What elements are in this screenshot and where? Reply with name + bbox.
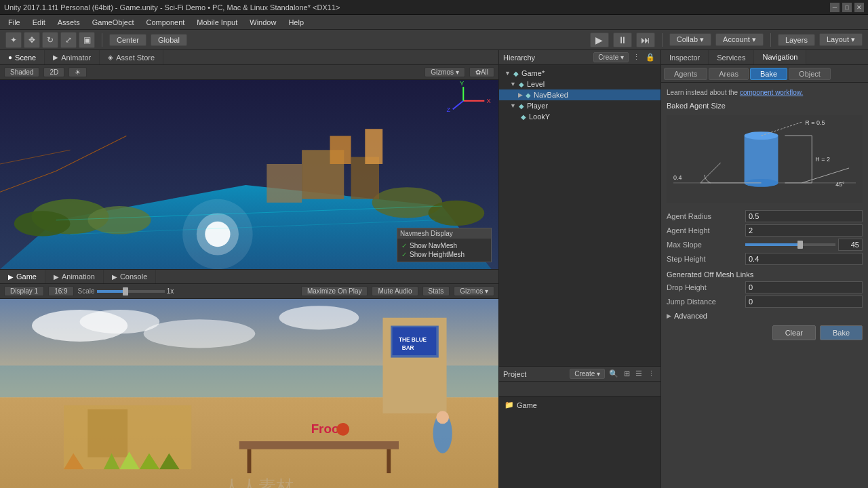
hierarchy-panel: Hierarchy Create ▾ ⋮ 🔒 ▼ ◆ Game* ▼ ◆ Lev…	[499, 50, 660, 366]
menu-window[interactable]: Window	[244, 17, 281, 28]
svg-point-14	[182, 199, 253, 269]
menu-assets[interactable]: Assets	[52, 17, 85, 28]
hand-tool[interactable]: ✦	[5, 32, 22, 48]
advanced-section[interactable]: ▶ Advanced	[667, 312, 863, 320]
maximize-on-play[interactable]: Maximize On Play	[301, 286, 368, 296]
account-button[interactable]: Account ▾	[715, 33, 764, 46]
close-button[interactable]: ✕	[854, 3, 864, 12]
component-workflow-link[interactable]: component workflow.	[740, 89, 803, 96]
maximize-button[interactable]: □	[842, 3, 852, 12]
console-tab-icon: ▶	[112, 273, 117, 281]
hierarchy-title: Hierarchy	[503, 54, 535, 62]
tab-navigation[interactable]: Navigation	[754, 50, 806, 64]
step-height-input[interactable]	[745, 253, 863, 265]
menu-component[interactable]: Component	[140, 17, 190, 28]
bake-content: Learn instead about the component workfl…	[661, 83, 868, 488]
pause-button[interactable]: ⏸	[613, 33, 632, 47]
agent-radius-input[interactable]	[745, 210, 863, 222]
stats-btn[interactable]: Stats	[422, 286, 450, 296]
navmesh-row-2[interactable]: ✓ Show HeightMesh	[401, 250, 487, 259]
agent-height-input[interactable]	[745, 224, 863, 237]
pivot-button[interactable]: Center	[109, 34, 146, 46]
game-gizmos-btn[interactable]: Gizmos ▾	[454, 286, 494, 296]
rotate-tool[interactable]: ↻	[42, 32, 58, 48]
hierarchy-lock-btn[interactable]: 🔒	[644, 52, 656, 62]
navmesh-row-1[interactable]: ✓ Show NavMesh	[401, 241, 487, 250]
player-arrow: ▼	[510, 102, 516, 109]
menu-gameobject[interactable]: GameObject	[87, 17, 140, 28]
hierarchy-looky[interactable]: ◆ LookY	[499, 111, 660, 122]
nav-tab-agents[interactable]: Agents	[664, 68, 707, 80]
shading-dropdown[interactable]: Shaded	[4, 67, 39, 77]
collab-button[interactable]: Collab ▾	[669, 33, 711, 46]
max-slope-label: Max Slope	[667, 241, 741, 249]
game-viewport[interactable]: THE BLUE BAR Froot	[0, 299, 498, 488]
menu-edit[interactable]: Edit	[27, 17, 51, 28]
svg-text:R = 0.5: R = 0.5	[805, 119, 825, 126]
tab-scene[interactable]: ● Scene	[0, 50, 45, 64]
layers-button[interactable]: Layers	[778, 34, 815, 46]
game-options-bar: Display 1 16:9 Scale 1x Maximize On Play…	[0, 284, 498, 299]
hierarchy-menu-btn[interactable]: ⋮	[631, 52, 642, 62]
lighting-button[interactable]: ☀	[68, 67, 87, 77]
project-icon-btn[interactable]: ⊞	[623, 369, 631, 378]
scene-viewport[interactable]: X Y Z Navmesh Display ✓ Show NavMesh ✓ S…	[0, 80, 498, 269]
show-heightmesh-check[interactable]: ✓	[401, 251, 407, 258]
max-slope-input[interactable]	[838, 239, 863, 251]
menu-help[interactable]: Help	[283, 17, 309, 28]
nav-tab-bake[interactable]: Bake	[750, 68, 787, 80]
project-search-btn[interactable]: 🔍	[608, 369, 620, 378]
svg-rect-49	[387, 449, 391, 473]
tab-asset-store[interactable]: ◈ Asset Store	[100, 50, 163, 64]
menu-file[interactable]: File	[3, 17, 26, 28]
display-dropdown[interactable]: Display 1	[4, 286, 44, 296]
menu-mobile-input[interactable]: Mobile Input	[191, 17, 243, 28]
hierarchy-game[interactable]: ▼ ◆ Game*	[499, 68, 660, 79]
hierarchy-player-label: Player	[527, 102, 548, 110]
space-button[interactable]: Global	[151, 34, 187, 46]
minimize-button[interactable]: ─	[830, 3, 840, 12]
tab-animation[interactable]: ▶ Animation	[45, 270, 104, 283]
tab-services[interactable]: Services	[709, 50, 754, 64]
project-list-btn[interactable]: ☰	[634, 369, 644, 378]
tab-animator[interactable]: ▶ Animator	[45, 50, 100, 64]
jump-distance-input[interactable]	[745, 296, 863, 308]
move-tool[interactable]: ✥	[24, 32, 40, 48]
tab-inspector[interactable]: Inspector	[661, 50, 709, 64]
max-slope-slider[interactable]	[745, 243, 835, 246]
mute-audio-btn[interactable]: Mute Audio	[372, 286, 418, 296]
rect-tool[interactable]: ▣	[79, 32, 95, 48]
project-game-folder[interactable]: 📁 Game	[505, 399, 655, 411]
nav-tab-areas[interactable]: Areas	[709, 68, 749, 80]
2d-button[interactable]: 2D	[43, 67, 64, 77]
show-navmesh-check[interactable]: ✓	[401, 242, 407, 249]
scale-tool[interactable]: ⤢	[60, 32, 77, 48]
hierarchy-create-btn[interactable]: Create ▾	[593, 52, 629, 62]
navbaked-arrow: ▶	[518, 92, 523, 98]
aspect-dropdown[interactable]: 16:9	[48, 286, 73, 296]
hierarchy-level[interactable]: ▼ ◆ Level	[499, 79, 660, 89]
level-arrow: ▼	[510, 81, 516, 87]
step-button[interactable]: ⏭	[636, 33, 655, 47]
right-panel-tabs: Inspector Services Navigation	[661, 50, 868, 65]
gizmos-dropdown[interactable]: Gizmos ▾	[425, 67, 465, 77]
svg-text:人人素材: 人人素材	[223, 478, 294, 489]
hierarchy-player[interactable]: ▼ ◆ Player	[499, 100, 660, 111]
play-button[interactable]: ▶	[590, 33, 609, 47]
tab-game[interactable]: ▶ Game	[0, 270, 45, 283]
clear-button[interactable]: Clear	[772, 325, 816, 340]
tab-console[interactable]: ▶ Console	[104, 270, 156, 283]
menu-bar: File Edit Assets GameObject Component Mo…	[0, 15, 868, 30]
drop-height-input[interactable]	[745, 281, 863, 293]
nav-tab-object[interactable]: Object	[789, 68, 831, 80]
svg-point-55	[745, 131, 778, 140]
project-menu-btn[interactable]: ⋮	[646, 369, 656, 378]
all-button[interactable]: ✿All	[469, 67, 494, 77]
bake-button[interactable]: Bake	[820, 325, 863, 340]
step-height-row: Step Height	[667, 253, 863, 265]
hierarchy-navbaked[interactable]: ▶ ◆ NavBaked	[499, 89, 660, 100]
project-create-btn[interactable]: Create ▾	[570, 369, 605, 379]
scale-slider[interactable]	[97, 290, 165, 293]
layout-button[interactable]: Layout ▾	[819, 33, 863, 46]
svg-text:Z: Z	[446, 106, 450, 113]
